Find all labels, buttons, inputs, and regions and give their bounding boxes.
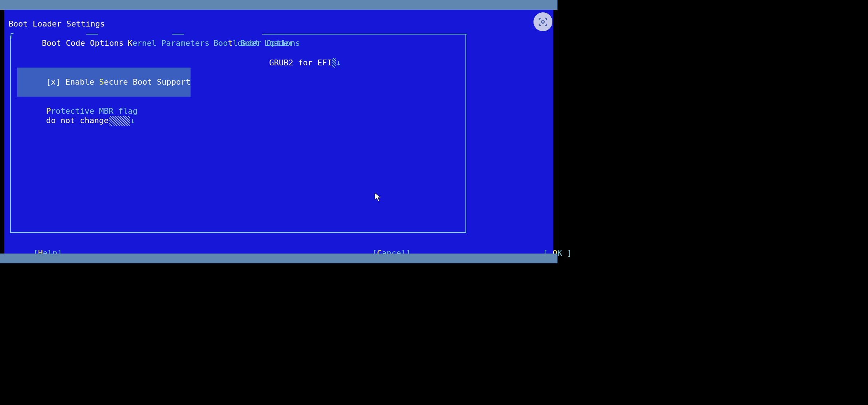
dropdown-hatch (109, 116, 130, 126)
dropdown-hatch (332, 58, 336, 68)
svg-point-0 (541, 20, 544, 23)
fnkey-f1[interactable]: F1 (24, 263, 33, 272)
tab-separator (86, 34, 98, 35)
page-title: Boot Loader Settings (9, 19, 105, 29)
mbr-flag-select[interactable]: do not change↓ (17, 106, 135, 135)
tab-separator (172, 34, 184, 35)
chevron-down-icon: ↓ (130, 116, 135, 125)
frame-top (262, 34, 467, 35)
fnkey-f10[interactable]: F10 (111, 263, 125, 272)
chevron-down-icon: ↓ (336, 58, 341, 67)
bootloader-label: Boot Loader (240, 39, 293, 48)
main-panel: Boot Loader Settings ┌ Boot Code Options… (4, 10, 553, 254)
frame-left (10, 36, 11, 233)
frame-bottom (10, 232, 466, 233)
frame-right (465, 34, 466, 233)
fnlabel-help: Help (38, 263, 57, 272)
function-key-bar: F1 HelpF9 CancelF10 OK (0, 254, 557, 263)
fnlabel-ok: OK (130, 263, 140, 272)
fnlabel-cancel: Cancel (77, 263, 105, 272)
window-titlebar: YaST2 - bootloader @ susereprosecure (0, 0, 557, 10)
terminal-screen: YaST2 - bootloader @ susereprosecure Boo… (0, 0, 557, 263)
screenshot-icon[interactable] (533, 12, 552, 31)
bootloader-select[interactable]: GRUB2 for EFI↓ (240, 48, 341, 77)
fnkey-f9[interactable]: F9 (63, 263, 72, 272)
secure-boot-checkbox[interactable]: [x] Enable Secure Boot Support (17, 68, 191, 97)
